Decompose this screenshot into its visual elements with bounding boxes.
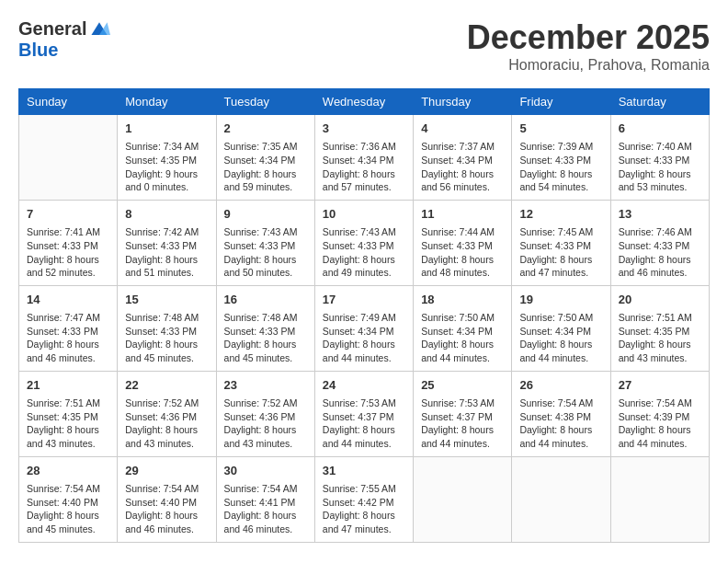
day-number: 16 — [224, 292, 307, 308]
cell-content: Sunrise: 7:53 AMSunset: 4:37 PMDaylight:… — [323, 396, 405, 451]
calendar-cell: 25Sunrise: 7:53 AMSunset: 4:37 PMDayligh… — [414, 371, 512, 456]
cell-content: Sunrise: 7:48 AMSunset: 4:33 PMDaylight:… — [125, 311, 208, 365]
day-number: 20 — [619, 292, 701, 308]
calendar-cell: 6Sunrise: 7:40 AMSunset: 4:33 PMDaylight… — [610, 115, 709, 201]
cell-content: Sunrise: 7:37 AMSunset: 4:34 PMDaylight:… — [421, 140, 504, 194]
cell-content: Sunrise: 7:44 AMSunset: 4:33 PMDaylight:… — [421, 225, 504, 280]
calendar-header-sunday: Sunday — [19, 89, 118, 115]
day-number: 6 — [619, 121, 701, 137]
calendar-header-friday: Friday — [512, 89, 610, 115]
calendar-week-row: 7Sunrise: 7:41 AMSunset: 4:33 PMDaylight… — [19, 200, 710, 285]
day-number: 27 — [619, 377, 701, 394]
cell-content: Sunrise: 7:52 AMSunset: 4:36 PMDaylight:… — [125, 396, 208, 451]
calendar-cell: 2Sunrise: 7:35 AMSunset: 4:34 PMDaylight… — [216, 115, 314, 201]
cell-content: Sunrise: 7:54 AMSunset: 4:38 PMDaylight:… — [519, 396, 602, 451]
calendar-cell: 17Sunrise: 7:49 AMSunset: 4:34 PMDayligh… — [314, 285, 413, 371]
calendar-cell: 22Sunrise: 7:52 AMSunset: 4:36 PMDayligh… — [118, 371, 216, 456]
calendar-cell — [19, 115, 118, 201]
logo: General Blue — [18, 18, 110, 61]
day-number: 2 — [224, 121, 307, 137]
calendar-cell: 31Sunrise: 7:55 AMSunset: 4:42 PMDayligh… — [314, 456, 413, 542]
calendar-cell: 24Sunrise: 7:53 AMSunset: 4:37 PMDayligh… — [314, 371, 413, 456]
calendar-header-tuesday: Tuesday — [216, 89, 314, 115]
calendar-header-thursday: Thursday — [414, 89, 512, 115]
calendar-cell: 19Sunrise: 7:50 AMSunset: 4:34 PMDayligh… — [512, 285, 610, 371]
location-title: Homoraciu, Prahova, Romania — [467, 57, 710, 74]
cell-content: Sunrise: 7:54 AMSunset: 4:39 PMDaylight:… — [619, 396, 701, 451]
calendar-cell: 26Sunrise: 7:54 AMSunset: 4:38 PMDayligh… — [512, 371, 610, 456]
day-number: 31 — [323, 463, 405, 479]
cell-content: Sunrise: 7:52 AMSunset: 4:36 PMDaylight:… — [224, 396, 307, 451]
day-number: 17 — [323, 292, 405, 308]
calendar-cell: 16Sunrise: 7:48 AMSunset: 4:33 PMDayligh… — [216, 285, 314, 371]
day-number: 7 — [27, 206, 109, 223]
day-number: 29 — [125, 463, 208, 479]
calendar-week-row: 14Sunrise: 7:47 AMSunset: 4:33 PMDayligh… — [19, 285, 710, 371]
calendar-week-row: 28Sunrise: 7:54 AMSunset: 4:40 PMDayligh… — [19, 456, 710, 542]
day-number: 1 — [125, 121, 208, 137]
day-number: 9 — [224, 206, 307, 223]
day-number: 23 — [224, 377, 307, 394]
calendar-cell: 14Sunrise: 7:47 AMSunset: 4:33 PMDayligh… — [19, 285, 118, 371]
day-number: 30 — [224, 463, 307, 479]
day-number: 12 — [519, 206, 602, 223]
cell-content: Sunrise: 7:50 AMSunset: 4:34 PMDaylight:… — [519, 311, 602, 365]
day-number: 8 — [125, 206, 208, 223]
logo-blue-text: Blue — [18, 40, 58, 61]
calendar-cell: 29Sunrise: 7:54 AMSunset: 4:40 PMDayligh… — [118, 456, 216, 542]
cell-content: Sunrise: 7:43 AMSunset: 4:33 PMDaylight:… — [323, 225, 405, 280]
day-number: 22 — [125, 377, 208, 394]
cell-content: Sunrise: 7:55 AMSunset: 4:42 PMDaylight:… — [323, 482, 405, 536]
cell-content: Sunrise: 7:40 AMSunset: 4:33 PMDaylight:… — [619, 140, 701, 194]
day-number: 13 — [619, 206, 701, 223]
day-number: 5 — [519, 121, 602, 137]
cell-content: Sunrise: 7:50 AMSunset: 4:34 PMDaylight:… — [421, 311, 504, 365]
title-area: December 2025 Homoraciu, Prahova, Romani… — [467, 18, 710, 74]
calendar-cell: 3Sunrise: 7:36 AMSunset: 4:34 PMDaylight… — [314, 115, 413, 201]
cell-content: Sunrise: 7:54 AMSunset: 4:40 PMDaylight:… — [27, 482, 109, 536]
logo-icon — [88, 20, 110, 39]
cell-content: Sunrise: 7:36 AMSunset: 4:34 PMDaylight:… — [323, 140, 405, 194]
day-number: 24 — [323, 377, 405, 394]
calendar-cell: 13Sunrise: 7:46 AMSunset: 4:33 PMDayligh… — [610, 200, 709, 285]
cell-content: Sunrise: 7:54 AMSunset: 4:41 PMDaylight:… — [224, 482, 307, 536]
calendar-week-row: 21Sunrise: 7:51 AMSunset: 4:35 PMDayligh… — [19, 371, 710, 456]
cell-content: Sunrise: 7:43 AMSunset: 4:33 PMDaylight:… — [224, 225, 307, 280]
calendar-cell — [512, 456, 610, 542]
calendar-cell — [610, 456, 709, 542]
calendar-cell: 18Sunrise: 7:50 AMSunset: 4:34 PMDayligh… — [414, 285, 512, 371]
day-number: 15 — [125, 292, 208, 308]
day-number: 21 — [27, 377, 109, 394]
cell-content: Sunrise: 7:48 AMSunset: 4:33 PMDaylight:… — [224, 311, 307, 365]
calendar-cell: 10Sunrise: 7:43 AMSunset: 4:33 PMDayligh… — [314, 200, 413, 285]
calendar-cell — [414, 456, 512, 542]
calendar-cell: 5Sunrise: 7:39 AMSunset: 4:33 PMDaylight… — [512, 115, 610, 201]
cell-content: Sunrise: 7:39 AMSunset: 4:33 PMDaylight:… — [519, 140, 602, 194]
calendar-cell: 9Sunrise: 7:43 AMSunset: 4:33 PMDaylight… — [216, 200, 314, 285]
calendar-cell: 12Sunrise: 7:45 AMSunset: 4:33 PMDayligh… — [512, 200, 610, 285]
cell-content: Sunrise: 7:51 AMSunset: 4:35 PMDaylight:… — [27, 396, 109, 451]
calendar-cell: 27Sunrise: 7:54 AMSunset: 4:39 PMDayligh… — [610, 371, 709, 456]
calendar-week-row: 1Sunrise: 7:34 AMSunset: 4:35 PMDaylight… — [19, 115, 710, 201]
day-number: 10 — [323, 206, 405, 223]
calendar-header-wednesday: Wednesday — [314, 89, 413, 115]
calendar-cell: 8Sunrise: 7:42 AMSunset: 4:33 PMDaylight… — [118, 200, 216, 285]
cell-content: Sunrise: 7:34 AMSunset: 4:35 PMDaylight:… — [125, 140, 208, 194]
day-number: 18 — [421, 292, 504, 308]
day-number: 28 — [27, 463, 109, 479]
cell-content: Sunrise: 7:54 AMSunset: 4:40 PMDaylight:… — [125, 482, 208, 536]
calendar-header-row: SundayMondayTuesdayWednesdayThursdayFrid… — [19, 89, 710, 115]
cell-content: Sunrise: 7:49 AMSunset: 4:34 PMDaylight:… — [323, 311, 405, 365]
calendar-header-monday: Monday — [118, 89, 216, 115]
cell-content: Sunrise: 7:45 AMSunset: 4:33 PMDaylight:… — [519, 225, 602, 280]
day-number: 26 — [519, 377, 602, 394]
calendar-cell: 15Sunrise: 7:48 AMSunset: 4:33 PMDayligh… — [118, 285, 216, 371]
cell-content: Sunrise: 7:41 AMSunset: 4:33 PMDaylight:… — [27, 225, 109, 280]
calendar-cell: 23Sunrise: 7:52 AMSunset: 4:36 PMDayligh… — [216, 371, 314, 456]
calendar-header-saturday: Saturday — [610, 89, 709, 115]
cell-content: Sunrise: 7:47 AMSunset: 4:33 PMDaylight:… — [27, 311, 109, 365]
calendar-cell: 20Sunrise: 7:51 AMSunset: 4:35 PMDayligh… — [610, 285, 709, 371]
calendar-cell: 1Sunrise: 7:34 AMSunset: 4:35 PMDaylight… — [118, 115, 216, 201]
day-number: 19 — [519, 292, 602, 308]
day-number: 25 — [421, 377, 504, 394]
